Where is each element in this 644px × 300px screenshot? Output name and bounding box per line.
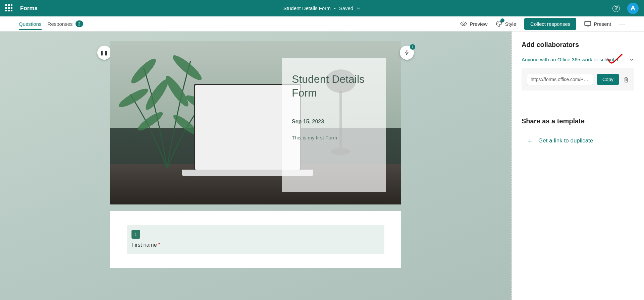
form-title: Student Details Form <box>283 5 331 11</box>
save-status: Saved <box>339 5 354 11</box>
tab-responses-label: Responses <box>48 21 73 27</box>
svg-point-1 <box>497 23 498 23</box>
svg-point-3 <box>500 22 500 23</box>
chevron-down-icon[interactable] <box>357 6 361 10</box>
tab-questions[interactable]: Questions <box>19 18 42 30</box>
lightning-icon <box>404 50 410 56</box>
form-description: This is my first Form <box>292 135 376 140</box>
collaborator-link-input[interactable] <box>527 74 593 85</box>
pause-icon: ❚❚ <box>100 50 109 55</box>
svg-point-6 <box>170 52 204 83</box>
form-date: Sep 15, 2023 <box>292 119 376 125</box>
svg-rect-4 <box>585 21 591 25</box>
suggestions-count-badge: 1 <box>410 44 415 50</box>
hero-wrap: ❚❚ <box>110 41 401 204</box>
app-header: Forms Student Details Form - Saved ? A <box>0 0 644 16</box>
get-duplicate-link-button[interactable]: ＋ Get a link to duplicate <box>522 136 634 146</box>
svg-point-7 <box>117 86 150 110</box>
avatar[interactable]: A <box>627 3 639 14</box>
main-toolbar: Questions Responses 3 Preview Style Coll… <box>0 16 644 32</box>
responses-count-badge: 3 <box>75 20 83 27</box>
tab-questions-label: Questions <box>19 21 42 27</box>
question-text: First name <box>131 242 157 248</box>
required-star: * <box>158 242 160 248</box>
present-icon <box>584 21 591 26</box>
collaborator-scope-dropdown[interactable]: Anyone with an Office 365 work or school… <box>522 57 634 62</box>
tab-responses[interactable]: Responses 3 <box>48 17 83 31</box>
app-name[interactable]: Forms <box>20 5 38 12</box>
palette-icon <box>496 20 502 27</box>
preview-label: Preview <box>470 21 487 27</box>
add-collaborators-heading: Add collaborators <box>522 41 634 49</box>
collaborator-scope-label: Anyone with an Office 365 work or school… <box>522 57 626 62</box>
form-title-area[interactable]: Student Details Form - Saved <box>283 5 361 11</box>
svg-point-2 <box>498 22 499 22</box>
style-button[interactable]: Style <box>496 20 516 27</box>
present-button[interactable]: Present <box>584 21 611 27</box>
suggestions-button[interactable]: 1 <box>400 46 414 60</box>
eye-icon <box>460 21 467 26</box>
svg-point-0 <box>463 23 465 25</box>
title-separator: - <box>334 5 336 11</box>
form-header-card[interactable]: Student Details Form Sep 15, 2023 This i… <box>282 58 386 192</box>
collaborator-link-row: Copy <box>522 68 634 91</box>
question-number: 1 <box>131 230 140 239</box>
plus-icon: ＋ <box>526 136 534 146</box>
hero-image[interactable]: Student Details Form Sep 15, 2023 This i… <box>110 41 401 204</box>
form-canvas[interactable]: ❚❚ <box>0 32 512 300</box>
present-label: Present <box>594 21 611 27</box>
question-label: First name * <box>131 242 380 248</box>
style-label: Style <box>505 21 516 27</box>
share-template-heading: Share as a template <box>522 117 634 125</box>
copy-link-button[interactable]: Copy <box>597 74 619 85</box>
preview-button[interactable]: Preview <box>460 21 487 27</box>
share-panel: Add collaborators Anyone with an Office … <box>512 32 644 300</box>
duplicate-link-label: Get a link to duplicate <box>538 137 593 144</box>
content-area: ❚❚ <box>0 32 644 300</box>
delete-link-icon[interactable] <box>623 76 630 83</box>
help-icon[interactable]: ? <box>612 5 620 12</box>
svg-point-5 <box>128 56 159 86</box>
question-block: 1 First name * <box>127 225 384 254</box>
collect-responses-button[interactable]: Collect responses <box>524 18 576 30</box>
pause-button[interactable]: ❚❚ <box>97 46 111 60</box>
form-title-display: Student Details Form <box>292 72 376 100</box>
header-right: ? A <box>612 3 639 14</box>
more-options-icon[interactable]: ··· <box>619 20 625 27</box>
question-card-1[interactable]: 1 First name * <box>110 211 401 268</box>
toolbar-right: Preview Style Collect responses Present … <box>460 18 625 30</box>
svg-point-10 <box>163 73 192 109</box>
app-launcher-icon[interactable] <box>5 4 13 12</box>
chevron-down-icon <box>629 57 634 62</box>
